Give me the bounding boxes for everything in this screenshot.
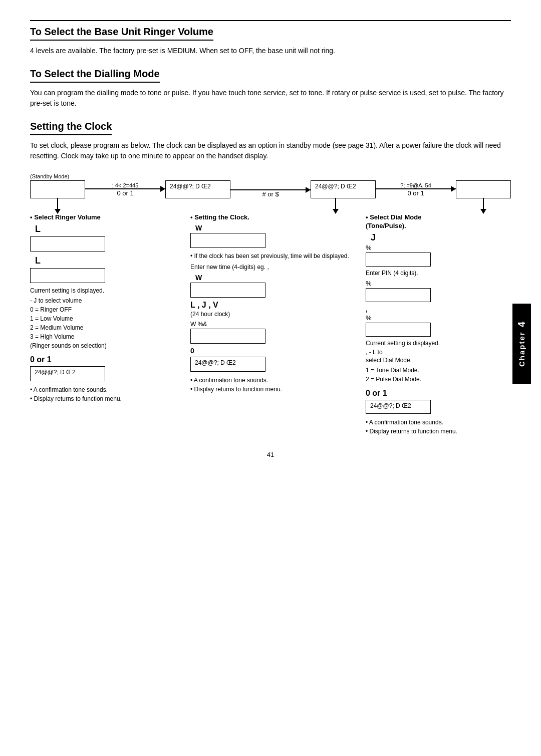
col-dial-bullet-0: • A confirmation tone sounds. <box>366 418 511 427</box>
heading-dialling-mode: To Select the Dialling Mode <box>30 68 160 83</box>
col-dial-box3-label: % <box>366 314 511 322</box>
col-dial-list-0: 1 = Tone Dial Mode. <box>366 366 511 375</box>
col-ringer-nav-label: - J to select <box>30 297 61 304</box>
list-item-0: 0 = Ringer OFF <box>30 305 185 314</box>
vert-arrow-col2 <box>303 198 368 213</box>
arrow3-top-label: ?; =9@A. 54 <box>400 182 431 188</box>
chapter-label: Chapter <box>517 331 526 367</box>
col-dial-box3 <box>366 323 431 337</box>
col-clock-bullets: • A confirmation tone sounds. • Display … <box>190 376 356 394</box>
chapter-number: 4 <box>516 321 527 327</box>
col-ringer-box2-label: L <box>35 256 185 266</box>
flow-box-3: 24@@?; D Œ2 <box>311 180 376 198</box>
col-dial-bullet-1: • Display returns to function menu. <box>366 427 511 436</box>
col-dial-bullets: • A confirmation tone sounds. • Display … <box>366 418 511 436</box>
col-dial-box1 <box>366 253 431 267</box>
col-dial-box-top-label: J <box>371 232 511 243</box>
col-dial-confirm-box: 24@@?; D Œ2 <box>366 400 431 414</box>
arrow2-bottom-label: # or $ <box>262 190 279 198</box>
top-rule <box>30 20 511 21</box>
page-number: 41 <box>30 451 511 458</box>
col-dial-comma1: , <box>366 305 511 313</box>
col-ringer-box1-label: L <box>35 224 185 234</box>
col-dial-list-1: 2 = Pulse Dial Mode. <box>366 375 511 384</box>
col-clock-note2: Enter new time (4-digits) eg. , <box>190 264 356 271</box>
flow-box-1 <box>30 180 85 198</box>
col-clock-box1 <box>190 233 265 248</box>
list-item-1: 1 = Low Volume <box>30 314 185 323</box>
col-ringer-note1: Current setting is displayed. <box>30 287 185 294</box>
diagram-area: (Standby Mode) ; 4< 2=445 0 or 1 24@@?; … <box>30 173 511 436</box>
col-ringer-bullets: • A confirmation tone sounds. • Display … <box>30 385 185 403</box>
col-clock: • Setting the Clock. W • If the clock ha… <box>190 213 356 394</box>
flow-top-row: ; 4< 2=445 0 or 1 24@@?; D Œ2 # or $ 24@… <box>30 180 511 198</box>
list-item-4: (Ringer sounds on selection) <box>30 341 185 350</box>
para-ringer-volume: 4 levels are available. The factory pre-… <box>30 46 511 56</box>
para-dialling-mode: You can program the dialling mode to ton… <box>30 88 511 109</box>
arrow-group-3: ?; =9@A. 54 0 or 1 <box>376 182 456 197</box>
col-ringer-list: 0 = Ringer OFF 1 = Low Volume 2 = Medium… <box>30 305 185 350</box>
col-clock-box3 <box>190 329 265 344</box>
col-clock-zero: 0 <box>190 347 356 355</box>
col-clock-bullet-0: • A confirmation tone sounds. <box>190 376 356 385</box>
col-clock-note1: • If the clock has been set previously, … <box>190 252 356 261</box>
col-dial-note2: Current setting is displayed. <box>366 340 511 347</box>
col-ringer-nav: - J to select volume <box>30 297 185 304</box>
arrow1-top-label: ; 4< 2=445 <box>112 182 139 188</box>
col-dial-or: 0 or 1 <box>366 389 511 398</box>
section-clock: Setting the Clock To set clock, please p… <box>30 121 511 161</box>
col-dial-list: 1 = Tone Dial Mode. 2 = Pulse Dial Mode. <box>366 366 511 384</box>
col-ringer-bullet-1: • Display returns to function menu. <box>30 394 185 403</box>
col-ringer-box1 <box>30 236 105 251</box>
col-ringer-nav-note: volume <box>63 297 82 304</box>
col-dial-label2: (Tone/Pulse). <box>366 222 511 229</box>
col-clock-label: • Setting the Clock. <box>190 213 356 221</box>
arrow3-bottom-label: 0 or 1 <box>407 189 424 197</box>
arrow1-bottom-label: 0 or 1 <box>117 189 133 197</box>
col-ringer-label: • Select Ringer Volume <box>30 213 185 221</box>
vert-arrows-row <box>30 198 511 213</box>
col-clock-box2-label: W <box>195 274 356 282</box>
col-clock-sub-label: (24 hour clock) <box>190 311 356 318</box>
col-dialmode: • Select Dial Mode (Tone/Pulse). J % Ent… <box>366 213 511 436</box>
list-item-2: 2 = Medium Volume <box>30 323 185 332</box>
vert-arrow-col3 <box>456 198 511 213</box>
col-clock-box3-label: W %& <box>190 321 356 328</box>
heading-ringer-volume: To Select the Base Unit Ringer Volume <box>30 26 213 41</box>
chapter-tab: Chapter 4 <box>512 304 531 384</box>
col-dial-box1-label: % <box>366 244 511 251</box>
col-clock-box1-label: W <box>195 224 356 232</box>
col-ringer-or: 0 or 1 <box>30 355 185 364</box>
arrow-group-2: # or $ <box>230 181 311 198</box>
col-dial-note1: Enter PIN (4 digits). <box>366 270 511 277</box>
col-clock-large-label: L , J , V <box>190 301 356 310</box>
standby-label: (Standby Mode) <box>30 173 511 179</box>
col-ringer-box2 <box>30 268 105 283</box>
section-dialling-mode: To Select the Dialling Mode You can prog… <box>30 68 511 109</box>
col-dial-box2-label: % <box>366 280 511 287</box>
section-ringer-volume: To Select the Base Unit Ringer Volume 4 … <box>30 26 511 56</box>
col-dial-label: • Select Dial Mode <box>366 213 511 221</box>
col-dial-nav-note: select Dial Mode. <box>366 357 511 364</box>
col-clock-box2 <box>190 283 265 298</box>
arrow-group-1: ; 4< 2=445 0 or 1 <box>85 182 165 197</box>
heading-clock: Setting the Clock <box>30 121 112 135</box>
list-item-3: 3 = High Volume <box>30 332 185 341</box>
col-dial-nav: , - L to <box>366 349 511 356</box>
col-ringer: • Select Ringer Volume L L Current setti… <box>30 213 185 403</box>
three-col-section: • Select Ringer Volume L L Current setti… <box>30 213 511 436</box>
vert-arrow-col1 <box>30 198 85 213</box>
col-ringer-confirm-box: 24@@?; D Œ2 <box>30 366 105 381</box>
para-clock: To set clock, please program as below. T… <box>30 140 511 161</box>
flow-box-4 <box>456 180 511 198</box>
col-clock-bullet-1: • Display returns to function menu. <box>190 385 356 394</box>
col-dial-box2 <box>366 288 431 302</box>
col-clock-confirm-box: 24@@?; D Œ2 <box>190 357 265 372</box>
col-ringer-bullet-0: • A confirmation tone sounds. <box>30 385 185 394</box>
flow-box-2: 24@@?; D Œ2 <box>165 180 230 198</box>
